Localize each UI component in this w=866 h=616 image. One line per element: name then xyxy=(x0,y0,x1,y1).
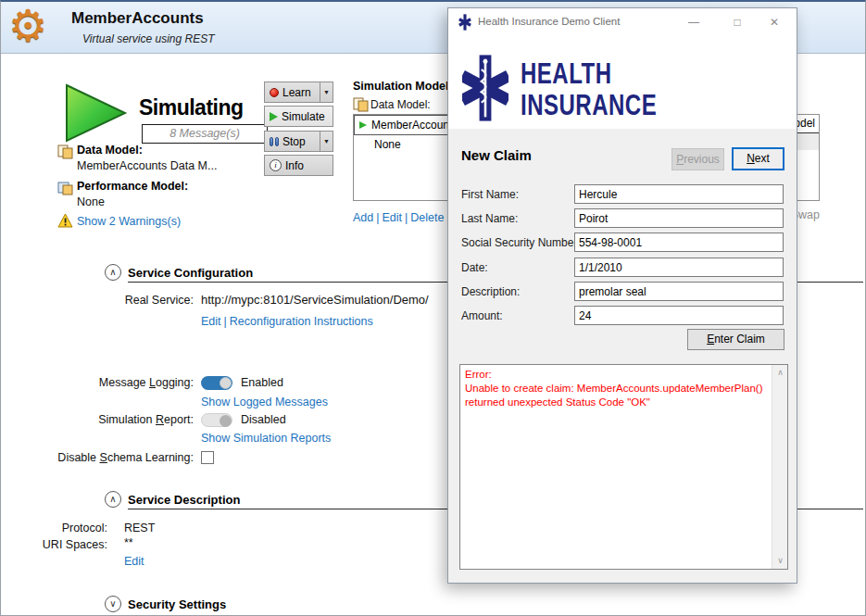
performance-model-value: None xyxy=(77,195,105,208)
performance-model-icon xyxy=(57,181,73,195)
uri-spaces-value: ** xyxy=(124,536,133,549)
play-icon xyxy=(270,112,278,121)
first-name-field[interactable] xyxy=(574,184,784,204)
add-link[interactable]: Add xyxy=(353,211,373,224)
simulating-play-icon xyxy=(64,83,129,143)
star-of-life-small-icon xyxy=(458,14,472,31)
stop-dropdown-icon[interactable]: ▼ xyxy=(320,132,333,151)
simulate-button[interactable]: Simulate xyxy=(264,106,333,127)
disable-schema-learning-label: Disable Schema Learning: xyxy=(1,451,194,464)
info-icon: i xyxy=(270,159,282,171)
date-field[interactable] xyxy=(574,258,784,277)
message-logging-label: Message Logging: xyxy=(1,376,194,389)
gear-icon: ⚙ xyxy=(8,0,47,51)
message-logging-state: Enabled xyxy=(241,376,283,389)
last-name-field[interactable] xyxy=(574,208,784,228)
active-play-icon xyxy=(359,121,367,129)
performance-model-label: Performance Model: xyxy=(77,180,188,193)
date-label: Date: xyxy=(461,261,488,274)
simulation-model-title: Simulation Model: xyxy=(353,80,453,93)
maximize-icon[interactable]: □ xyxy=(722,8,752,36)
service-description-title: Service Description xyxy=(128,493,240,507)
edit-link[interactable]: Edit xyxy=(383,211,403,224)
data-model-label: Data Model: xyxy=(77,144,143,157)
show-logged-messages-link[interactable]: Show Logged Messages xyxy=(201,396,328,409)
error-output-box[interactable]: Error: Unable to create claim: MemberAcc… xyxy=(459,364,788,570)
stop-button[interactable]: Stop ▼ xyxy=(264,131,333,152)
protocol-value: REST xyxy=(124,522,155,534)
pause-icon xyxy=(270,137,279,146)
minimize-icon[interactable]: — xyxy=(679,8,709,36)
record-icon xyxy=(270,88,279,97)
disable-schema-learning-checkbox[interactable] xyxy=(201,451,214,464)
service-configuration-title: Service Configuration xyxy=(128,266,253,280)
real-service-links: Edit|Reconfiguration Instructions xyxy=(201,315,373,328)
client-window-title: Health Insurance Demo Client xyxy=(478,16,620,27)
enter-claim-button[interactable]: Enter Claim xyxy=(687,329,784,350)
real-service-value: http://mypc:8101/ServiceSimulation/Demo/ xyxy=(201,293,429,307)
sim-data-model-icon xyxy=(353,97,369,112)
star-of-life-icon xyxy=(462,54,508,122)
simulation-report-label: Simulation Report: xyxy=(1,413,194,426)
previous-button[interactable]: Previous xyxy=(671,148,724,170)
sim-data-model-label: Data Model: xyxy=(370,98,431,111)
security-settings-title: Security Settings xyxy=(128,597,226,611)
description-label: Description: xyxy=(461,285,520,298)
page-title: MemberAccounts xyxy=(71,9,204,28)
ssn-label: Social Security Number: xyxy=(461,236,581,249)
client-titlebar[interactable]: Health Insurance Demo Client — □ ✕ xyxy=(448,8,797,36)
edit-description-link[interactable]: Edit xyxy=(124,555,144,568)
app-window: ⚙ MemberAccounts Virtual service using R… xyxy=(0,0,866,616)
close-icon[interactable]: ✕ xyxy=(759,8,789,36)
show-warnings-link[interactable]: Show 2 Warnings(s) xyxy=(77,215,181,228)
scroll-down-icon[interactable]: ∨ xyxy=(772,553,788,569)
client-logo-area: HEALTH INSURANCE xyxy=(448,36,797,129)
page-subtitle: Virtual service using REST xyxy=(82,32,215,45)
learn-button[interactable]: Learn ▼ xyxy=(264,82,333,103)
edit-service-link[interactable]: Edit xyxy=(201,315,221,328)
message-logging-toggle[interactable] xyxy=(201,376,232,390)
message-count-box: 8 Message(s) xyxy=(142,124,268,144)
simulation-report-toggle[interactable] xyxy=(201,413,232,427)
description-field[interactable] xyxy=(574,282,784,301)
collapse-service-configuration-button[interactable]: ∧ xyxy=(105,264,121,281)
warning-icon xyxy=(57,213,73,228)
scroll-up-icon[interactable]: ∧ xyxy=(772,365,788,381)
simulation-report-state: Disabled xyxy=(241,413,286,426)
amount-field[interactable] xyxy=(574,306,784,325)
simulation-status-text: Simulating xyxy=(139,95,244,120)
expand-security-settings-button[interactable]: ∨ xyxy=(105,596,121,612)
error-message-text: Error: Unable to create claim: MemberAcc… xyxy=(460,365,772,569)
data-model-icon xyxy=(57,145,73,159)
learn-dropdown-icon[interactable]: ▼ xyxy=(320,82,333,102)
client-window: Health Insurance Demo Client — □ ✕ HEALT… xyxy=(447,7,797,584)
ssn-field[interactable] xyxy=(574,233,784,252)
real-service-label: Real Service: xyxy=(1,294,194,307)
amount-label: Amount: xyxy=(461,309,503,322)
collapse-service-description-button[interactable]: ∧ xyxy=(105,491,121,508)
data-model-value: MemberAccounts Data M... xyxy=(77,159,217,172)
first-name-label: First Name: xyxy=(461,188,519,201)
model-links: Add|Edit|Delete xyxy=(353,211,444,224)
uri-spaces-label: URI Spaces: xyxy=(1,538,107,551)
logo-text: HEALTH INSURANCE xyxy=(521,58,657,121)
info-button[interactable]: i Info xyxy=(264,155,333,176)
protocol-label: Protocol: xyxy=(1,522,107,534)
new-claim-heading: New Claim xyxy=(461,147,532,163)
next-button[interactable]: Next xyxy=(732,147,784,170)
reconfiguration-instructions-link[interactable]: Reconfiguration Instructions xyxy=(230,315,373,328)
error-scrollbar[interactable]: ∧ ∨ xyxy=(772,365,787,569)
show-simulation-reports-link[interactable]: Show Simulation Reports xyxy=(201,432,331,445)
last-name-label: Last Name: xyxy=(461,212,518,225)
delete-link[interactable]: Delete xyxy=(410,211,444,224)
